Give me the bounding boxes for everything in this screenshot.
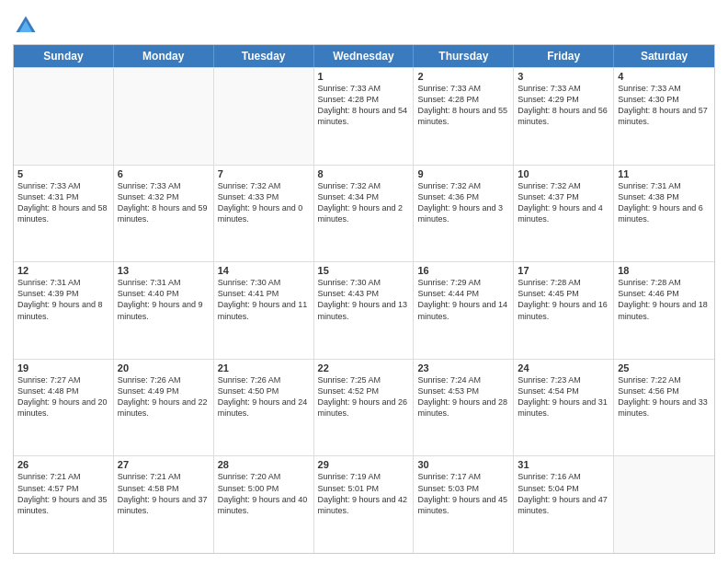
day-number: 31	[518, 459, 609, 470]
day-info: Sunrise: 7:33 AM Sunset: 4:32 PM Dayligh…	[118, 180, 210, 225]
weekday-header: Wednesday	[314, 45, 415, 67]
calendar-day-3: 3Sunrise: 7:33 AM Sunset: 4:29 PM Daylig…	[514, 68, 614, 165]
day-number: 18	[618, 265, 711, 276]
calendar-day-19: 19Sunrise: 7:27 AM Sunset: 4:48 PM Dayli…	[14, 360, 114, 456]
calendar-row: 12Sunrise: 7:31 AM Sunset: 4:39 PM Dayli…	[14, 261, 714, 359]
weekday-header: Sunday	[14, 45, 114, 67]
calendar-day-2: 2Sunrise: 7:33 AM Sunset: 4:28 PM Daylig…	[414, 68, 514, 165]
calendar-day-15: 15Sunrise: 7:30 AM Sunset: 4:43 PM Dayli…	[314, 262, 415, 359]
day-info: Sunrise: 7:27 AM Sunset: 4:48 PM Dayligh…	[17, 374, 109, 419]
day-number: 15	[318, 265, 410, 276]
day-info: Sunrise: 7:17 AM Sunset: 5:03 PM Dayligh…	[417, 471, 509, 516]
day-number: 8	[318, 168, 410, 179]
calendar-day-22: 22Sunrise: 7:25 AM Sunset: 4:52 PM Dayli…	[314, 360, 415, 456]
day-number: 29	[318, 459, 410, 470]
day-number: 1	[318, 71, 410, 82]
page: SundayMondayTuesdayWednesdayThursdayFrid…	[0, 0, 728, 563]
calendar-row: 5Sunrise: 7:33 AM Sunset: 4:31 PM Daylig…	[14, 165, 714, 262]
calendar-empty-cell	[614, 456, 714, 553]
calendar: SundayMondayTuesdayWednesdayThursdayFrid…	[13, 44, 715, 554]
day-number: 4	[618, 71, 711, 82]
day-number: 3	[518, 71, 609, 82]
day-info: Sunrise: 7:33 AM Sunset: 4:30 PM Dayligh…	[618, 83, 711, 128]
calendar-day-12: 12Sunrise: 7:31 AM Sunset: 4:39 PM Dayli…	[14, 262, 114, 359]
calendar-day-6: 6Sunrise: 7:33 AM Sunset: 4:32 PM Daylig…	[114, 166, 214, 262]
calendar-day-31: 31Sunrise: 7:16 AM Sunset: 5:04 PM Dayli…	[514, 456, 614, 553]
calendar-day-25: 25Sunrise: 7:22 AM Sunset: 4:56 PM Dayli…	[614, 360, 714, 456]
calendar-row: 19Sunrise: 7:27 AM Sunset: 4:48 PM Dayli…	[14, 359, 714, 456]
day-info: Sunrise: 7:25 AM Sunset: 4:52 PM Dayligh…	[318, 374, 410, 419]
header	[13, 9, 715, 39]
day-info: Sunrise: 7:26 AM Sunset: 4:49 PM Dayligh…	[118, 374, 210, 419]
day-number: 26	[17, 459, 109, 470]
day-info: Sunrise: 7:21 AM Sunset: 4:58 PM Dayligh…	[118, 471, 210, 516]
day-info: Sunrise: 7:19 AM Sunset: 5:01 PM Dayligh…	[318, 471, 410, 516]
calendar-day-24: 24Sunrise: 7:23 AM Sunset: 4:54 PM Dayli…	[514, 360, 614, 456]
weekday-header: Saturday	[614, 45, 714, 67]
calendar-day-10: 10Sunrise: 7:32 AM Sunset: 4:37 PM Dayli…	[514, 166, 614, 262]
day-number: 22	[318, 362, 410, 373]
day-info: Sunrise: 7:28 AM Sunset: 4:45 PM Dayligh…	[518, 277, 609, 322]
day-number: 12	[17, 265, 109, 276]
day-number: 19	[17, 362, 109, 373]
day-info: Sunrise: 7:20 AM Sunset: 5:00 PM Dayligh…	[218, 471, 310, 516]
calendar-row: 1Sunrise: 7:33 AM Sunset: 4:28 PM Daylig…	[14, 67, 714, 165]
day-info: Sunrise: 7:30 AM Sunset: 4:43 PM Dayligh…	[318, 277, 410, 322]
calendar-day-23: 23Sunrise: 7:24 AM Sunset: 4:53 PM Dayli…	[414, 360, 514, 456]
day-number: 21	[218, 362, 310, 373]
calendar-day-16: 16Sunrise: 7:29 AM Sunset: 4:44 PM Dayli…	[414, 262, 514, 359]
calendar-day-8: 8Sunrise: 7:32 AM Sunset: 4:34 PM Daylig…	[314, 166, 415, 262]
day-number: 24	[518, 362, 609, 373]
calendar-day-18: 18Sunrise: 7:28 AM Sunset: 4:46 PM Dayli…	[614, 262, 714, 359]
day-info: Sunrise: 7:31 AM Sunset: 4:39 PM Dayligh…	[17, 277, 109, 322]
calendar-day-9: 9Sunrise: 7:32 AM Sunset: 4:36 PM Daylig…	[414, 166, 514, 262]
calendar-day-26: 26Sunrise: 7:21 AM Sunset: 4:57 PM Dayli…	[14, 456, 114, 553]
day-info: Sunrise: 7:32 AM Sunset: 4:37 PM Dayligh…	[518, 180, 609, 225]
day-info: Sunrise: 7:33 AM Sunset: 4:28 PM Dayligh…	[318, 83, 410, 128]
calendar-body: 1Sunrise: 7:33 AM Sunset: 4:28 PM Daylig…	[14, 67, 714, 553]
day-number: 27	[118, 459, 210, 470]
day-number: 30	[417, 459, 509, 470]
calendar-empty-cell	[214, 68, 314, 165]
calendar-empty-cell	[14, 68, 114, 165]
calendar-day-28: 28Sunrise: 7:20 AM Sunset: 5:00 PM Dayli…	[214, 456, 314, 553]
day-number: 25	[618, 362, 711, 373]
calendar-day-11: 11Sunrise: 7:31 AM Sunset: 4:38 PM Dayli…	[614, 166, 714, 262]
day-number: 28	[218, 459, 310, 470]
day-info: Sunrise: 7:22 AM Sunset: 4:56 PM Dayligh…	[618, 374, 711, 419]
day-number: 6	[118, 168, 210, 179]
calendar-day-5: 5Sunrise: 7:33 AM Sunset: 4:31 PM Daylig…	[14, 166, 114, 262]
day-info: Sunrise: 7:21 AM Sunset: 4:57 PM Dayligh…	[17, 471, 109, 516]
day-info: Sunrise: 7:32 AM Sunset: 4:34 PM Dayligh…	[318, 180, 410, 225]
calendar-empty-cell	[114, 68, 214, 165]
day-info: Sunrise: 7:30 AM Sunset: 4:41 PM Dayligh…	[218, 277, 310, 322]
day-info: Sunrise: 7:29 AM Sunset: 4:44 PM Dayligh…	[417, 277, 509, 322]
calendar-day-4: 4Sunrise: 7:33 AM Sunset: 4:30 PM Daylig…	[614, 68, 714, 165]
day-number: 16	[417, 265, 509, 276]
calendar-header: SundayMondayTuesdayWednesdayThursdayFrid…	[14, 45, 714, 67]
calendar-day-20: 20Sunrise: 7:26 AM Sunset: 4:49 PM Dayli…	[114, 360, 214, 456]
calendar-day-27: 27Sunrise: 7:21 AM Sunset: 4:58 PM Dayli…	[114, 456, 214, 553]
weekday-header: Tuesday	[214, 45, 314, 67]
day-number: 2	[417, 71, 509, 82]
day-number: 17	[518, 265, 609, 276]
day-info: Sunrise: 7:32 AM Sunset: 4:33 PM Dayligh…	[218, 180, 310, 225]
calendar-day-14: 14Sunrise: 7:30 AM Sunset: 4:41 PM Dayli…	[214, 262, 314, 359]
weekday-header: Thursday	[414, 45, 514, 67]
day-number: 11	[618, 168, 711, 179]
day-number: 20	[118, 362, 210, 373]
day-info: Sunrise: 7:33 AM Sunset: 4:28 PM Dayligh…	[417, 83, 509, 128]
day-number: 14	[218, 265, 310, 276]
day-info: Sunrise: 7:31 AM Sunset: 4:38 PM Dayligh…	[618, 180, 711, 225]
day-number: 7	[218, 168, 310, 179]
calendar-day-30: 30Sunrise: 7:17 AM Sunset: 5:03 PM Dayli…	[414, 456, 514, 553]
day-number: 23	[417, 362, 509, 373]
calendar-day-17: 17Sunrise: 7:28 AM Sunset: 4:45 PM Dayli…	[514, 262, 614, 359]
day-info: Sunrise: 7:33 AM Sunset: 4:31 PM Dayligh…	[17, 180, 109, 225]
day-number: 5	[17, 168, 109, 179]
calendar-day-21: 21Sunrise: 7:26 AM Sunset: 4:50 PM Dayli…	[214, 360, 314, 456]
calendar-day-1: 1Sunrise: 7:33 AM Sunset: 4:28 PM Daylig…	[314, 68, 415, 165]
calendar-day-13: 13Sunrise: 7:31 AM Sunset: 4:40 PM Dayli…	[114, 262, 214, 359]
day-number: 13	[118, 265, 210, 276]
day-info: Sunrise: 7:16 AM Sunset: 5:04 PM Dayligh…	[518, 471, 609, 516]
